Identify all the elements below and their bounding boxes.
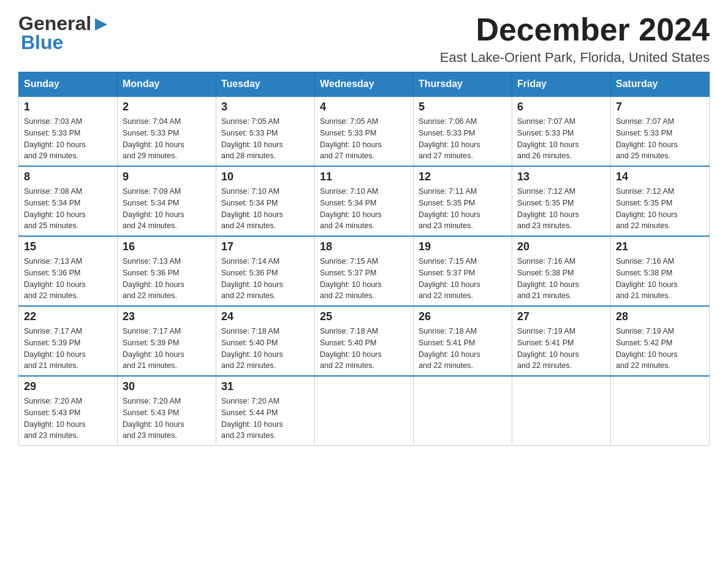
day-info: Sunrise: 7:11 AM Sunset: 5:35 PM Dayligh… bbox=[419, 186, 507, 232]
day-number: 24 bbox=[221, 310, 309, 323]
day-header-wednesday: Wednesday bbox=[315, 72, 414, 97]
day-info: Sunrise: 7:15 AM Sunset: 5:37 PM Dayligh… bbox=[320, 256, 408, 302]
calendar-cell: 1 Sunrise: 7:03 AM Sunset: 5:33 PM Dayli… bbox=[19, 96, 118, 166]
day-info: Sunrise: 7:20 AM Sunset: 5:44 PM Dayligh… bbox=[221, 396, 309, 442]
title-area: December 2024 East Lake-Orient Park, Flo… bbox=[440, 12, 710, 66]
calendar: SundayMondayTuesdayWednesdayThursdayFrid… bbox=[18, 72, 710, 446]
calendar-cell: 22 Sunrise: 7:17 AM Sunset: 5:39 PM Dayl… bbox=[19, 306, 118, 376]
calendar-cell: 4 Sunrise: 7:05 AM Sunset: 5:33 PM Dayli… bbox=[315, 96, 414, 166]
day-info: Sunrise: 7:08 AM Sunset: 5:34 PM Dayligh… bbox=[24, 186, 112, 232]
day-number: 1 bbox=[24, 101, 112, 113]
day-info: Sunrise: 7:19 AM Sunset: 5:42 PM Dayligh… bbox=[616, 326, 704, 372]
calendar-cell: 24 Sunrise: 7:18 AM Sunset: 5:40 PM Dayl… bbox=[216, 306, 315, 376]
calendar-week-5: 29 Sunrise: 7:20 AM Sunset: 5:43 PM Dayl… bbox=[19, 376, 710, 446]
day-info: Sunrise: 7:18 AM Sunset: 5:41 PM Dayligh… bbox=[419, 326, 507, 372]
calendar-cell: 19 Sunrise: 7:15 AM Sunset: 5:37 PM Dayl… bbox=[414, 236, 512, 306]
calendar-cell: 15 Sunrise: 7:13 AM Sunset: 5:36 PM Dayl… bbox=[19, 236, 118, 306]
day-header-thursday: Thursday bbox=[414, 72, 512, 97]
day-info: Sunrise: 7:10 AM Sunset: 5:34 PM Dayligh… bbox=[221, 186, 309, 232]
calendar-cell: 27 Sunrise: 7:19 AM Sunset: 5:41 PM Dayl… bbox=[512, 306, 611, 376]
calendar-cell: 14 Sunrise: 7:12 AM Sunset: 5:35 PM Dayl… bbox=[611, 166, 710, 236]
day-info: Sunrise: 7:15 AM Sunset: 5:37 PM Dayligh… bbox=[419, 256, 507, 302]
day-info: Sunrise: 7:14 AM Sunset: 5:36 PM Dayligh… bbox=[221, 256, 309, 302]
calendar-cell bbox=[512, 376, 611, 446]
calendar-header-row: SundayMondayTuesdayWednesdayThursdayFrid… bbox=[19, 72, 710, 97]
day-number: 11 bbox=[320, 170, 408, 183]
calendar-cell: 12 Sunrise: 7:11 AM Sunset: 5:35 PM Dayl… bbox=[414, 166, 512, 236]
calendar-week-3: 15 Sunrise: 7:13 AM Sunset: 5:36 PM Dayl… bbox=[19, 236, 710, 306]
day-info: Sunrise: 7:09 AM Sunset: 5:34 PM Dayligh… bbox=[123, 186, 211, 232]
day-info: Sunrise: 7:17 AM Sunset: 5:39 PM Dayligh… bbox=[24, 326, 112, 372]
day-number: 10 bbox=[221, 170, 309, 183]
calendar-cell: 13 Sunrise: 7:12 AM Sunset: 5:35 PM Dayl… bbox=[512, 166, 611, 236]
day-number: 23 bbox=[123, 310, 211, 323]
calendar-cell: 2 Sunrise: 7:04 AM Sunset: 5:33 PM Dayli… bbox=[118, 96, 216, 166]
day-number: 27 bbox=[517, 310, 605, 323]
day-number: 7 bbox=[616, 101, 704, 113]
calendar-cell: 7 Sunrise: 7:07 AM Sunset: 5:33 PM Dayli… bbox=[611, 96, 710, 166]
calendar-week-4: 22 Sunrise: 7:17 AM Sunset: 5:39 PM Dayl… bbox=[19, 306, 710, 376]
day-info: Sunrise: 7:19 AM Sunset: 5:41 PM Dayligh… bbox=[517, 326, 605, 372]
day-info: Sunrise: 7:20 AM Sunset: 5:43 PM Dayligh… bbox=[24, 396, 112, 442]
day-info: Sunrise: 7:07 AM Sunset: 5:33 PM Dayligh… bbox=[616, 116, 704, 162]
day-info: Sunrise: 7:05 AM Sunset: 5:33 PM Dayligh… bbox=[221, 116, 309, 162]
day-info: Sunrise: 7:04 AM Sunset: 5:33 PM Dayligh… bbox=[123, 116, 211, 162]
calendar-cell: 10 Sunrise: 7:10 AM Sunset: 5:34 PM Dayl… bbox=[216, 166, 315, 236]
day-header-tuesday: Tuesday bbox=[216, 72, 315, 97]
day-number: 3 bbox=[221, 101, 309, 113]
calendar-week-2: 8 Sunrise: 7:08 AM Sunset: 5:34 PM Dayli… bbox=[19, 166, 710, 236]
day-number: 13 bbox=[517, 170, 605, 183]
day-number: 22 bbox=[24, 310, 112, 323]
day-number: 20 bbox=[517, 240, 605, 253]
svg-marker-0 bbox=[95, 18, 107, 31]
day-number: 12 bbox=[419, 170, 507, 183]
calendar-week-1: 1 Sunrise: 7:03 AM Sunset: 5:33 PM Dayli… bbox=[19, 96, 710, 166]
calendar-cell: 17 Sunrise: 7:14 AM Sunset: 5:36 PM Dayl… bbox=[216, 236, 315, 306]
calendar-cell: 5 Sunrise: 7:06 AM Sunset: 5:33 PM Dayli… bbox=[414, 96, 512, 166]
calendar-cell: 21 Sunrise: 7:16 AM Sunset: 5:38 PM Dayl… bbox=[611, 236, 710, 306]
day-info: Sunrise: 7:16 AM Sunset: 5:38 PM Dayligh… bbox=[517, 256, 605, 302]
day-info: Sunrise: 7:13 AM Sunset: 5:36 PM Dayligh… bbox=[123, 256, 211, 302]
calendar-cell: 9 Sunrise: 7:09 AM Sunset: 5:34 PM Dayli… bbox=[118, 166, 216, 236]
day-number: 30 bbox=[123, 380, 211, 393]
calendar-cell bbox=[315, 376, 414, 446]
day-number: 31 bbox=[221, 380, 309, 393]
calendar-cell: 11 Sunrise: 7:10 AM Sunset: 5:34 PM Dayl… bbox=[315, 166, 414, 236]
subtitle: East Lake-Orient Park, Florida, United S… bbox=[440, 50, 710, 66]
calendar-cell: 8 Sunrise: 7:08 AM Sunset: 5:34 PM Dayli… bbox=[19, 166, 118, 236]
day-number: 26 bbox=[419, 310, 507, 323]
calendar-cell: 16 Sunrise: 7:13 AM Sunset: 5:36 PM Dayl… bbox=[118, 236, 216, 306]
calendar-cell: 28 Sunrise: 7:19 AM Sunset: 5:42 PM Dayl… bbox=[611, 306, 710, 376]
day-number: 9 bbox=[123, 170, 211, 183]
calendar-cell: 25 Sunrise: 7:18 AM Sunset: 5:40 PM Dayl… bbox=[315, 306, 414, 376]
day-number: 25 bbox=[320, 310, 408, 323]
logo: General Blue bbox=[18, 12, 110, 54]
day-header-friday: Friday bbox=[512, 72, 611, 97]
day-number: 28 bbox=[616, 310, 704, 323]
day-number: 4 bbox=[320, 101, 408, 113]
day-info: Sunrise: 7:13 AM Sunset: 5:36 PM Dayligh… bbox=[24, 256, 112, 302]
day-info: Sunrise: 7:20 AM Sunset: 5:43 PM Dayligh… bbox=[123, 396, 211, 442]
header: General Blue December 2024 East Lake-Ori… bbox=[18, 12, 710, 66]
calendar-cell: 26 Sunrise: 7:18 AM Sunset: 5:41 PM Dayl… bbox=[414, 306, 512, 376]
calendar-cell: 3 Sunrise: 7:05 AM Sunset: 5:33 PM Dayli… bbox=[216, 96, 315, 166]
day-info: Sunrise: 7:16 AM Sunset: 5:38 PM Dayligh… bbox=[616, 256, 704, 302]
day-number: 2 bbox=[123, 101, 211, 113]
calendar-cell: 31 Sunrise: 7:20 AM Sunset: 5:44 PM Dayl… bbox=[216, 376, 315, 446]
calendar-cell bbox=[611, 376, 710, 446]
day-number: 6 bbox=[517, 101, 605, 113]
day-number: 17 bbox=[221, 240, 309, 253]
main-title: December 2024 bbox=[440, 12, 710, 47]
day-number: 5 bbox=[419, 101, 507, 113]
calendar-cell: 6 Sunrise: 7:07 AM Sunset: 5:33 PM Dayli… bbox=[512, 96, 611, 166]
day-number: 29 bbox=[24, 380, 112, 393]
day-info: Sunrise: 7:12 AM Sunset: 5:35 PM Dayligh… bbox=[517, 186, 605, 232]
calendar-cell: 23 Sunrise: 7:17 AM Sunset: 5:39 PM Dayl… bbox=[118, 306, 216, 376]
day-number: 8 bbox=[24, 170, 112, 183]
calendar-cell: 20 Sunrise: 7:16 AM Sunset: 5:38 PM Dayl… bbox=[512, 236, 611, 306]
calendar-cell: 18 Sunrise: 7:15 AM Sunset: 5:37 PM Dayl… bbox=[315, 236, 414, 306]
day-number: 21 bbox=[616, 240, 704, 253]
day-info: Sunrise: 7:05 AM Sunset: 5:33 PM Dayligh… bbox=[320, 116, 408, 162]
day-header-sunday: Sunday bbox=[19, 72, 118, 97]
calendar-cell: 29 Sunrise: 7:20 AM Sunset: 5:43 PM Dayl… bbox=[19, 376, 118, 446]
